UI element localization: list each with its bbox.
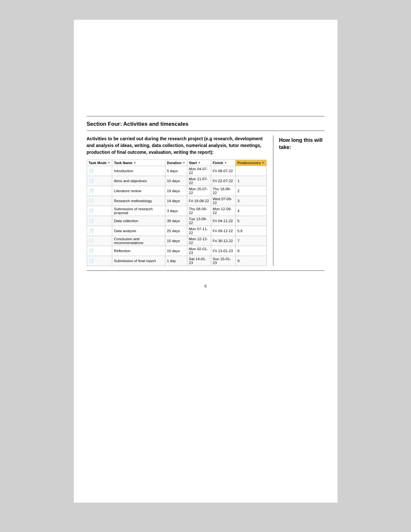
start-cell: Mon 07-11-22 (187, 226, 211, 236)
finish-cell: Sun 15-01-23 (211, 256, 236, 266)
task-name-cell: Introduction (112, 166, 165, 176)
duration-cell: 10 days (165, 246, 187, 256)
duration-cell: 1 day (165, 256, 187, 266)
left-content: Activities to be carried out during the … (87, 135, 273, 266)
task-name-cell: Aims and objectives (112, 176, 165, 186)
task-mode-cell: 📄 (87, 196, 112, 206)
task-name-sort-icon: ▼ (133, 161, 136, 164)
table-row: 📄Introduction5 daysMon 04-07-22Fri 08-07… (87, 166, 266, 176)
th-finish[interactable]: Finish ▼ (211, 160, 236, 166)
start-cell: Mon 12-12-22 (187, 236, 211, 246)
start-cell: Sat 14-01-23 (187, 256, 211, 266)
page: Section Four: Activities and timescales … (73, 19, 338, 503)
task-name-cell: Data collection (112, 216, 165, 226)
task-name-cell: Reflection (112, 246, 165, 256)
task-name-cell: Research methodology (112, 196, 165, 206)
task-mode-icon: 📄 (89, 169, 94, 173)
activities-description: Activities to be carried out during the … (87, 135, 267, 156)
predecessors-cell: 7 (236, 236, 266, 246)
task-mode-sort-icon: ▼ (108, 161, 111, 164)
duration-cell: 15 days (165, 236, 187, 246)
th-predecessors[interactable]: Predecessors ▼ (236, 160, 266, 166)
finish-cell: Fri 08-07-22 (211, 166, 236, 176)
table-row: 📄Research methodology14 daysFri 19-08-22… (87, 196, 266, 206)
finish-cell: Fri 22-07-22 (211, 176, 236, 186)
task-mode-icon: 📄 (89, 249, 94, 253)
table-row: 📄Literature review19 daysMon 25-07-22Thu… (87, 186, 266, 196)
task-mode-icon: 📄 (89, 219, 94, 223)
table-row: 📄Data collection39 daysTue 13-09-22Fri 0… (87, 216, 266, 226)
task-mode-cell: 📄 (87, 206, 112, 216)
task-mode-icon: 📄 (89, 229, 94, 233)
th-start[interactable]: Start ▼ (187, 160, 211, 166)
task-mode-icon: 📄 (89, 239, 94, 243)
section-title: Section Four: Activities and timescales (87, 116, 325, 131)
duration-cell: 3 days (165, 206, 187, 216)
predecessors-cell: 4 (236, 206, 266, 216)
task-name-cell: Submission of research proposal (112, 206, 165, 216)
how-long-label: How long this will take: (279, 137, 325, 151)
duration-cell: 25 days (165, 226, 187, 236)
start-cell: Mon 04-07-22 (187, 166, 211, 176)
task-name-cell: Literature review (112, 186, 165, 196)
duration-sort-icon: ▼ (182, 161, 185, 164)
start-cell: Fri 19-08-22 (187, 196, 211, 206)
task-mode-cell: 📄 (87, 166, 112, 176)
gantt-table: Task Mode ▼ Task Name ▼ (87, 160, 267, 266)
task-mode-cell: 📄 (87, 256, 112, 266)
start-cell: Mon 02-01-23 (187, 246, 211, 256)
th-task-name[interactable]: Task Name ▼ (112, 160, 165, 166)
content-area: Activities to be carried out during the … (87, 131, 325, 271)
start-cell: Thu 08-09-22 (187, 206, 211, 216)
task-mode-cell: 📄 (87, 216, 112, 226)
finish-cell: Fri 30-12-22 (211, 236, 236, 246)
task-mode-icon: 📄 (89, 189, 94, 193)
table-row: 📄Reflection10 daysMon 02-01-23Fri 13-01-… (87, 246, 266, 256)
finish-cell: Fri 09-12-22 (211, 226, 236, 236)
predecessors-sort-icon: ▼ (262, 161, 265, 164)
task-mode-cell: 📄 (87, 236, 112, 246)
predecessors-cell: 3 (236, 196, 266, 206)
start-cell: Mon 25-07-22 (187, 186, 211, 196)
start-sort-icon: ▼ (198, 161, 201, 164)
finish-cell: Mon 12-09-22 (211, 206, 236, 216)
page-number: 6 (87, 284, 325, 289)
th-duration[interactable]: Duration ▼ (165, 160, 187, 166)
duration-cell: 5 days (165, 166, 187, 176)
table-row: 📄Conclusion and recommendations15 daysMo… (87, 236, 266, 246)
task-name-cell: Submission of final report (112, 256, 165, 266)
predecessors-cell: 5 (236, 216, 266, 226)
duration-cell: 39 days (165, 216, 187, 226)
duration-cell: 19 days (165, 186, 187, 196)
predecessors-cell: 8 (236, 246, 266, 256)
task-mode-cell: 📄 (87, 226, 112, 236)
top-blank-area (87, 33, 325, 116)
start-cell: Mon 11-07-22 (187, 176, 211, 186)
task-mode-icon: 📄 (89, 259, 94, 263)
right-content: How long this will take: (273, 135, 325, 266)
task-mode-cell: 📄 (87, 186, 112, 196)
finish-cell: Thu 18-08-22 (211, 186, 236, 196)
table-row: 📄Data analysis25 daysMon 07-11-22Fri 09-… (87, 226, 266, 236)
predecessors-cell: 1 (236, 176, 266, 186)
task-mode-cell: 📄 (87, 246, 112, 256)
task-mode-icon: 📄 (89, 179, 94, 183)
task-name-cell: Conclusion and recommendations (112, 236, 165, 246)
finish-sort-icon: ▼ (224, 161, 227, 164)
table-row: 📄Submission of final report1 daySat 14-0… (87, 256, 266, 266)
predecessors-cell: 2 (236, 186, 266, 196)
task-mode-icon: 📄 (89, 199, 94, 203)
duration-cell: 14 days (165, 196, 187, 206)
task-mode-icon: 📄 (89, 209, 94, 213)
finish-cell: Fri 04-11-22 (211, 216, 236, 226)
predecessors-cell (236, 166, 266, 176)
th-task-mode[interactable]: Task Mode ▼ (87, 160, 112, 166)
table-row: 📄Submission of research proposal3 daysTh… (87, 206, 266, 216)
predecessors-cell: 5,6 (236, 226, 266, 236)
task-name-cell: Data analysis (112, 226, 165, 236)
task-mode-cell: 📄 (87, 176, 112, 186)
finish-cell: Fri 13-01-23 (211, 246, 236, 256)
start-cell: Tue 13-09-22 (187, 216, 211, 226)
table-row: 📄Aims and objectives10 daysMon 11-07-22F… (87, 176, 266, 186)
finish-cell: Wed 07-09-22 (211, 196, 236, 206)
